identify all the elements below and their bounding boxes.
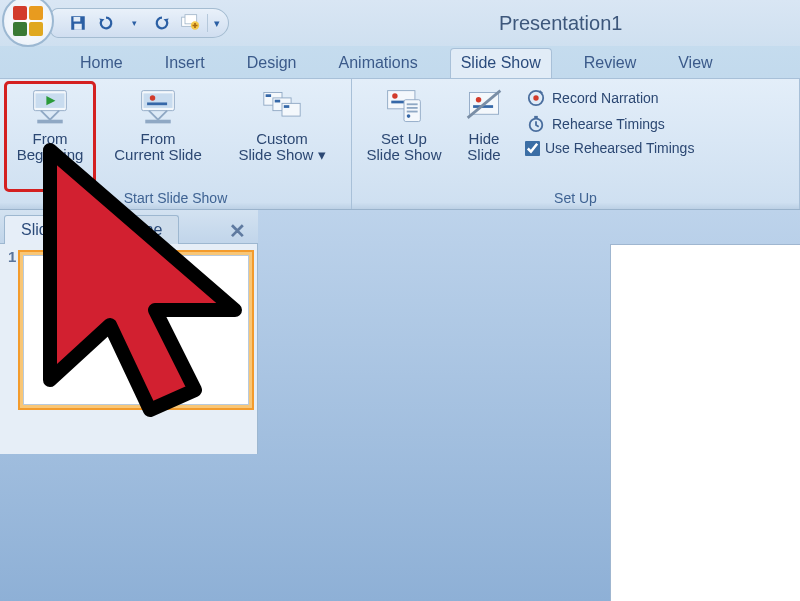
- svg-rect-17: [266, 94, 271, 97]
- tab-animations[interactable]: Animations: [329, 49, 428, 78]
- from-current-slide-button[interactable]: From Current Slide: [98, 83, 218, 190]
- record-narration-label: Record Narration: [552, 90, 659, 106]
- slides-pane: Slides Outline ✕ 1: [0, 210, 258, 454]
- group-start-label: Start Slide Show: [6, 190, 345, 209]
- record-narration-button[interactable]: Record Narration: [522, 85, 698, 111]
- group-set-up: Set Up Slide Show Hide Slide Record Narr…: [352, 79, 800, 209]
- tab-home[interactable]: Home: [70, 49, 133, 78]
- use-rehearsed-check[interactable]: [525, 140, 541, 156]
- svg-point-33: [533, 95, 538, 100]
- setup-icon: [380, 85, 428, 129]
- qat-separator: [207, 14, 208, 32]
- svg-rect-25: [407, 107, 418, 109]
- svg-rect-26: [407, 111, 418, 113]
- svg-point-29: [476, 97, 481, 102]
- setup-label: Set Up Slide Show: [366, 131, 441, 163]
- undo-icon[interactable]: [95, 12, 117, 34]
- custom-show-icon: [258, 85, 306, 129]
- svg-rect-18: [275, 100, 280, 103]
- quick-access-toolbar: ▾ ▾: [48, 8, 229, 38]
- office-button[interactable]: [2, 0, 58, 51]
- slide-thumbnail[interactable]: [18, 250, 254, 410]
- group-setup-label: Set Up: [358, 190, 793, 209]
- undo-split-icon[interactable]: ▾: [123, 12, 145, 34]
- tab-slide-show[interactable]: Slide Show: [450, 48, 552, 78]
- projector-play-icon: [26, 85, 74, 129]
- hide-slide-button[interactable]: Hide Slide: [454, 83, 514, 190]
- set-up-slide-show-button[interactable]: Set Up Slide Show: [358, 83, 450, 190]
- office-logo-icon: [2, 0, 54, 47]
- rehearse-timings-button[interactable]: Rehearse Timings: [522, 111, 698, 137]
- group-start-slide-show: From Beginning From Current Slide Custom…: [0, 79, 352, 209]
- save-icon[interactable]: [67, 12, 89, 34]
- pane-tab-slides[interactable]: Slides: [4, 215, 82, 244]
- ribbon-tabs: Home Insert Design Animations Slide Show…: [0, 46, 800, 78]
- svg-point-27: [407, 114, 411, 118]
- hide-slide-label: Hide Slide: [467, 131, 500, 163]
- tab-design[interactable]: Design: [237, 49, 307, 78]
- rehearse-timings-label: Rehearse Timings: [552, 116, 665, 132]
- use-rehearsed-label: Use Rehearsed Timings: [545, 140, 694, 156]
- title-bar: ▾ ▾ Presentation1: [0, 0, 800, 46]
- use-rehearsed-timings-checkbox[interactable]: Use Rehearsed Timings: [522, 137, 698, 159]
- from-beginning-label: From Beginning: [17, 131, 84, 163]
- pane-close-icon[interactable]: ✕: [229, 219, 246, 243]
- svg-rect-10: [143, 93, 172, 108]
- chevron-down-icon: ▾: [318, 146, 326, 163]
- record-icon: [526, 88, 546, 108]
- rehearse-icon: [526, 114, 546, 134]
- projector-current-icon: [134, 85, 182, 129]
- from-beginning-button[interactable]: From Beginning: [6, 83, 94, 190]
- from-current-label: From Current Slide: [114, 131, 202, 163]
- svg-point-11: [150, 95, 155, 100]
- hide-slide-icon: [460, 85, 508, 129]
- ribbon: From Beginning From Current Slide Custom…: [0, 78, 800, 210]
- svg-rect-12: [147, 102, 167, 105]
- workspace: Slides Outline ✕ 1: [0, 210, 800, 601]
- redo-icon[interactable]: [151, 12, 173, 34]
- svg-point-21: [392, 93, 397, 98]
- slide-number: 1: [8, 248, 16, 265]
- svg-rect-24: [407, 103, 418, 105]
- svg-rect-19: [284, 105, 289, 108]
- svg-rect-1: [74, 17, 81, 22]
- window-title: Presentation1: [499, 12, 622, 35]
- custom-show-label: Custom Slide Show ▾: [238, 131, 325, 163]
- tab-view[interactable]: View: [668, 49, 722, 78]
- pane-tab-outline[interactable]: Outline: [81, 215, 180, 244]
- svg-rect-8: [37, 120, 62, 124]
- qat-customize-icon[interactable]: ▾: [214, 17, 220, 30]
- custom-slide-show-button[interactable]: Custom Slide Show ▾: [222, 83, 342, 190]
- slide-editor[interactable]: [610, 244, 800, 601]
- svg-rect-2: [74, 24, 82, 30]
- svg-rect-13: [145, 120, 170, 124]
- tab-review[interactable]: Review: [574, 49, 646, 78]
- tab-insert[interactable]: Insert: [155, 49, 215, 78]
- new-slide-icon[interactable]: [179, 12, 201, 34]
- svg-rect-35: [534, 116, 538, 119]
